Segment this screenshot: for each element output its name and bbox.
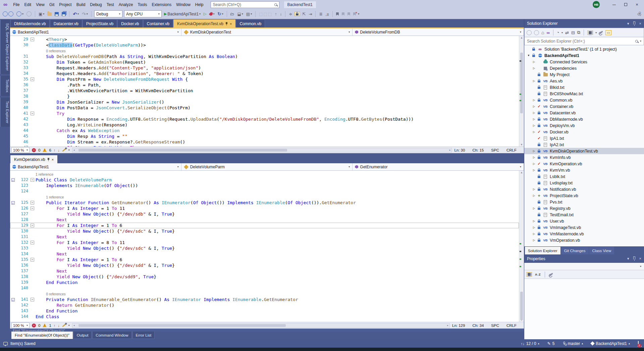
collapse-all-icon[interactable]: ⊟ bbox=[571, 30, 575, 35]
expander-icon[interactable]: ▼ bbox=[526, 54, 531, 57]
properties-wrench-icon[interactable] bbox=[599, 31, 603, 34]
expander-icon[interactable]: ▷ bbox=[532, 124, 536, 127]
document-tab[interactable]: Docker.vb bbox=[117, 19, 143, 27]
tree-item-kvminfo-vb[interactable]: ▷VBKvmInfo.vb bbox=[524, 154, 644, 161]
save-button[interactable] bbox=[54, 11, 59, 17]
menu-debug[interactable]: Debug bbox=[88, 1, 104, 8]
previous-bookmark-button[interactable] bbox=[341, 12, 345, 16]
expander-icon[interactable]: ▷ bbox=[532, 99, 536, 102]
solution-configuration-select[interactable]: Debug▾ bbox=[94, 10, 122, 17]
expander-icon[interactable]: ▷ bbox=[532, 105, 536, 108]
start-without-debugging-button[interactable]: ▷ bbox=[203, 11, 207, 17]
tool-window-tab-toolbox[interactable]: Toolbox bbox=[0, 76, 10, 96]
breadcrumb-proj[interactable]: BackendApiTest1▾ bbox=[10, 163, 181, 170]
menu-help[interactable]: Help bbox=[193, 1, 206, 8]
pending-changes-filter-icon[interactable]: ◔ bbox=[557, 30, 559, 35]
document-tab[interactable]: KvmDiskOperationTest.vb× bbox=[173, 19, 235, 27]
space-mode-indicator[interactable]: SPC bbox=[491, 148, 499, 152]
clear-bookmarks-button[interactable]: ×▾ bbox=[353, 12, 360, 16]
solution-explorer-search-input[interactable]: Search Solution Explorer (Ctrl+;) ▾ bbox=[524, 37, 644, 45]
fold-collapse-box[interactable]: − bbox=[31, 201, 34, 204]
back-icon[interactable] bbox=[527, 30, 532, 35]
tree-item-registry-vb[interactable]: ▷VBRegistry.vb bbox=[524, 205, 644, 212]
error-count[interactable]: 0 bbox=[38, 148, 40, 152]
close-icon[interactable]: × bbox=[230, 22, 232, 26]
codelens-references[interactable]: 0 references bbox=[46, 49, 65, 53]
preserve-log-toggle[interactable] bbox=[294, 12, 300, 16]
fold-collapse-box[interactable]: − bbox=[31, 224, 34, 227]
expander-icon[interactable]: ▷ bbox=[532, 220, 536, 223]
close-icon[interactable]: × bbox=[639, 21, 641, 26]
zoom-select-2[interactable]: 100 %▾ bbox=[11, 323, 30, 328]
expander-icon[interactable]: ▷ bbox=[532, 207, 536, 210]
expander-icon[interactable]: ▷ bbox=[532, 150, 536, 153]
step-into-down-button[interactable]: ↓ bbox=[279, 11, 282, 17]
expander-icon[interactable]: ▷ bbox=[532, 188, 536, 191]
breadcrumb-class[interactable]: DeleteVolumeParm▾ bbox=[181, 163, 353, 170]
new-project-button[interactable]: ▣▾ bbox=[38, 11, 45, 17]
fold-collapse-box[interactable]: − bbox=[31, 77, 34, 81]
fold-collapse-box[interactable]: − bbox=[31, 38, 34, 41]
tree-item-ipa1-txt[interactable]: ✓IpA1.txt bbox=[524, 135, 644, 141]
tab-git-changes[interactable]: Git Changes bbox=[561, 247, 589, 254]
avatar[interactable]: HB bbox=[593, 1, 600, 8]
fold-collapse-box[interactable]: − bbox=[31, 112, 34, 115]
tool-window-tab-sql-server-object-explorer[interactable]: SQL Server Object Explorer bbox=[0, 20, 10, 74]
next-issue-button[interactable]: ↓ bbox=[58, 324, 60, 328]
pin-icon[interactable] bbox=[47, 158, 50, 161]
close-icon[interactable]: × bbox=[52, 158, 54, 162]
expander-icon[interactable]: ▷ bbox=[532, 67, 536, 70]
vertical-scrollbar-2[interactable]: ▲ ▼ bbox=[519, 171, 524, 322]
expander-icon[interactable]: ▷ bbox=[532, 79, 536, 82]
repository-button[interactable]: BackendApiTest1 ▴ bbox=[591, 341, 630, 346]
document-tab[interactable]: Container.vb bbox=[143, 19, 173, 27]
line-indicator[interactable]: Ln: 30 bbox=[454, 148, 465, 152]
menu-tools[interactable]: Tools bbox=[135, 1, 149, 8]
sync-commits-button[interactable]: ↑↓ 12 / 0 ▴ bbox=[521, 341, 539, 346]
code-cleanup-icon[interactable] bbox=[62, 324, 66, 327]
alphabetical-sort-icon[interactable]: A↓Z bbox=[535, 273, 541, 276]
tree-item-deployvm-vb[interactable]: ▷VBDeployVm.vb bbox=[524, 122, 644, 129]
breadcrumb-method[interactable]: GetEnumerator▾ bbox=[353, 163, 524, 170]
tree-item-testemail-txt[interactable]: TestEmail.txt bbox=[524, 212, 644, 218]
document-tab[interactable]: KvmOperation.vb× bbox=[10, 155, 57, 163]
document-tab[interactable]: Common.vb bbox=[236, 19, 265, 27]
tree-item-blkid-txt[interactable]: Blkid.txt bbox=[524, 84, 644, 91]
codelens-reference-icon[interactable] bbox=[11, 178, 15, 182]
menu-git[interactable]: Git bbox=[47, 1, 57, 8]
code-editor-1[interactable]: 29− <Theory>30 <ClassData(GetType(Delete… bbox=[10, 36, 524, 147]
column-indicator[interactable]: Ch: 15 bbox=[472, 148, 484, 152]
pin-icon[interactable] bbox=[225, 22, 228, 25]
column-indicator[interactable]: Ch: 34 bbox=[472, 324, 484, 328]
redo-button[interactable]: ↷▾ bbox=[81, 11, 89, 17]
line-ending-indicator[interactable]: CRLF bbox=[506, 324, 517, 328]
tab-output[interactable]: Output bbox=[73, 332, 92, 339]
vertical-scrollbar-1[interactable]: ▲ ▼ bbox=[519, 36, 524, 147]
notifications-button[interactable]: 2 bbox=[638, 341, 639, 346]
tree-item-datacenter-vb[interactable]: ▷VBDatacenter.vb bbox=[524, 110, 644, 116]
navigate-forward-icon[interactable] bbox=[26, 11, 32, 17]
horizontal-scrollbar-1[interactable]: ◂ ▸ bbox=[72, 148, 452, 153]
codelens-reference-icon[interactable] bbox=[11, 298, 15, 301]
document-tab[interactable]: ProjectState.vb bbox=[83, 19, 117, 27]
tree-item-notification-vb[interactable]: ▷VBNotification.vb bbox=[524, 186, 644, 192]
codelens-references[interactable]: 1 reference bbox=[46, 195, 64, 199]
codelens-reference-icon[interactable] bbox=[11, 201, 15, 204]
code-editor-2[interactable]: 1 reference122−Public Class DeleteVolume… bbox=[10, 171, 524, 322]
forward-icon[interactable] bbox=[534, 30, 539, 35]
tab-find-ienumerable-of-object-[interactable]: Find "IEnumerable(Of Object())" bbox=[11, 332, 73, 339]
tab-solution-explorer[interactable]: Solution Explorer bbox=[525, 247, 560, 254]
find-in-files-button[interactable]: 🗁 bbox=[230, 11, 235, 17]
menu-test[interactable]: Test bbox=[104, 1, 116, 8]
toggle-bookmark-button[interactable] bbox=[335, 12, 339, 16]
tree-item-solution-backendtest1-1-of-1-project-[interactable]: ∞Solution 'BackendTest1' (1 of 1 project… bbox=[524, 46, 644, 52]
tree-item-lsblk-txt[interactable]: Lsblk.txt bbox=[524, 173, 644, 180]
tree-item-projectstate-vb[interactable]: ▷+VBProjectState.vb bbox=[524, 192, 644, 199]
next-bookmark-button[interactable] bbox=[347, 12, 351, 16]
tree-item-my-project[interactable]: My Project bbox=[524, 71, 644, 78]
menu-edit[interactable]: Edit bbox=[22, 1, 34, 8]
previous-issue-button[interactable]: ↑ bbox=[54, 324, 56, 328]
menu-project[interactable]: Project bbox=[57, 1, 74, 8]
categorized-toggle[interactable] bbox=[526, 272, 532, 277]
previous-issue-button[interactable]: ↑ bbox=[54, 148, 56, 152]
